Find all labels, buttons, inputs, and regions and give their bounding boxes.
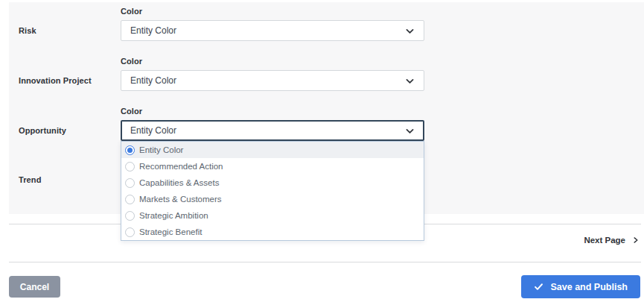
save-and-publish-label: Save and Publish — [550, 282, 628, 292]
dropdown-option-label: Markets & Customers — [139, 195, 222, 204]
color-dropdown-opportunity-value: Entity Color — [130, 125, 405, 136]
row-label-innovation-project: Innovation Project — [19, 76, 92, 85]
dropdown-option-strategic-ambition[interactable]: Strategic Ambition — [121, 207, 424, 224]
color-dropdown-opportunity[interactable]: Entity Color — [121, 120, 424, 141]
row-label-risk: Risk — [19, 26, 36, 35]
radio-unselected-icon — [125, 227, 135, 237]
dropdown-option-label: Entity Color — [139, 145, 183, 154]
color-dropdown-innovation-project-value: Entity Color — [130, 75, 405, 86]
color-field-label-risk: Color — [121, 7, 142, 16]
footer-divider — [9, 262, 641, 262]
dropdown-option-strategic-benefit[interactable]: Strategic Benefit — [121, 224, 424, 240]
dropdown-option-capabilities-assets[interactable]: Capabilities & Assets — [121, 174, 424, 191]
next-page-button[interactable]: Next Page — [584, 236, 640, 245]
next-page-label: Next Page — [584, 236, 625, 245]
entity-color-settings-page: Risk Color Entity Color Innovation Proje… — [0, 0, 644, 305]
dropdown-option-markets-customers[interactable]: Markets & Customers — [121, 191, 424, 207]
color-field-label-opportunity: Color — [121, 107, 142, 116]
chevron-down-icon — [405, 126, 415, 136]
color-dropdown-innovation-project[interactable]: Entity Color — [121, 70, 424, 91]
check-icon — [534, 282, 543, 292]
color-dropdown-menu: Entity Color Recommended Action Capabili… — [121, 141, 424, 241]
color-dropdown-risk-value: Entity Color — [130, 25, 405, 36]
save-and-publish-button[interactable]: Save and Publish — [521, 275, 640, 298]
row-label-opportunity: Opportunity — [19, 126, 66, 135]
dropdown-option-recommended-action[interactable]: Recommended Action — [121, 158, 424, 174]
radio-unselected-icon — [125, 195, 135, 204]
radio-unselected-icon — [125, 211, 135, 221]
chevron-down-icon — [405, 76, 415, 86]
color-field-label-innovation-project: Color — [121, 57, 142, 66]
radio-unselected-icon — [125, 178, 135, 188]
radio-unselected-icon — [125, 162, 135, 172]
chevron-right-icon — [632, 236, 640, 244]
cancel-button[interactable]: Cancel — [9, 276, 60, 298]
dropdown-option-label: Strategic Ambition — [139, 211, 208, 220]
color-dropdown-risk[interactable]: Entity Color — [121, 20, 424, 41]
dropdown-option-label: Recommended Action — [139, 162, 223, 171]
dropdown-option-label: Strategic Benefit — [139, 227, 202, 236]
chevron-down-icon — [405, 26, 415, 36]
dropdown-option-label: Capabilities & Assets — [139, 178, 219, 187]
row-label-trend: Trend — [19, 175, 41, 184]
dropdown-option-entity-color[interactable]: Entity Color — [121, 142, 424, 158]
radio-selected-icon — [125, 145, 135, 155]
